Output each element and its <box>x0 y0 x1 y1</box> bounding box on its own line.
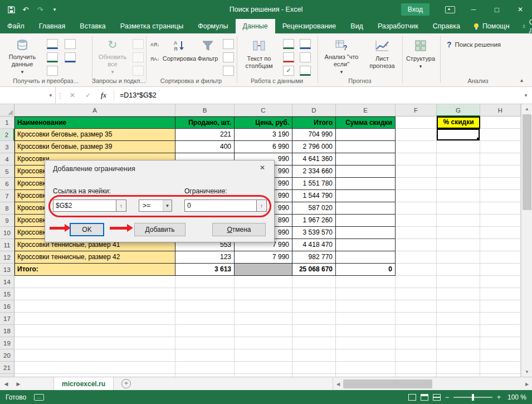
cell-H12[interactable] <box>480 251 521 264</box>
scroll-left-icon[interactable] <box>333 377 343 391</box>
cell-A17[interactable] <box>14 313 175 325</box>
cell-A2[interactable]: Кроссовки беговые, размер 35 <box>14 129 175 141</box>
cell-G18[interactable] <box>437 325 480 337</box>
row-header-11[interactable]: 11 <box>0 239 14 251</box>
cell-H8[interactable] <box>480 202 521 215</box>
cell-D9[interactable]: 1 967 260 <box>292 215 336 227</box>
next-sheet-icon[interactable] <box>12 377 25 390</box>
tab-formulas[interactable]: Формулы <box>191 19 235 33</box>
tab-assistant[interactable]: Помощн <box>467 19 515 33</box>
cell-E14[interactable] <box>336 276 396 288</box>
text-to-columns-button[interactable]: Текст по столбцам <box>240 36 279 76</box>
cell-F14[interactable] <box>396 276 437 288</box>
from-text-icon[interactable] <box>47 39 58 49</box>
zoom-out-icon[interactable] <box>445 393 449 401</box>
cell-E9[interactable] <box>336 215 396 227</box>
cell-E6[interactable] <box>336 178 396 190</box>
range-selector-icon[interactable] <box>116 200 126 211</box>
cell-C15[interactable] <box>235 288 292 300</box>
from-table-icon[interactable] <box>47 66 58 76</box>
flash-fill-icon[interactable] <box>283 39 294 49</box>
sort-ascending-icon[interactable]: АЯ↓ <box>148 39 162 50</box>
cell-D19[interactable] <box>292 337 336 349</box>
cell-E20[interactable] <box>336 349 396 362</box>
cell-B16[interactable] <box>175 300 235 313</box>
cell-C12[interactable]: 7 990 <box>235 251 292 264</box>
cell-A21[interactable] <box>14 362 175 374</box>
cell-G3[interactable] <box>437 141 480 153</box>
formula-bar-handle[interactable] <box>56 87 65 104</box>
cell-D16[interactable] <box>292 300 336 313</box>
cell-E16[interactable] <box>336 300 396 313</box>
tab-page-layout[interactable]: Разметка страницы <box>113 19 191 33</box>
cell-C14[interactable] <box>235 276 292 288</box>
get-data-button[interactable]: Получить данные <box>3 36 41 76</box>
cell-F5[interactable] <box>396 166 437 178</box>
cell-G20[interactable] <box>437 349 480 362</box>
cell-B12[interactable]: 123 <box>175 251 235 264</box>
cell-G13[interactable] <box>437 264 480 276</box>
outline-button[interactable]: Структура <box>404 36 437 76</box>
page-layout-view-icon[interactable] <box>421 394 428 401</box>
cell-B2[interactable]: 221 <box>175 129 235 141</box>
chevron-down-icon[interactable] <box>49 93 52 98</box>
cell-E10[interactable] <box>336 227 396 239</box>
operator-select[interactable]: >= <box>139 199 172 212</box>
cell-B17[interactable] <box>175 313 235 325</box>
normal-view-icon[interactable] <box>408 394 416 401</box>
cell-E18[interactable] <box>336 325 396 337</box>
cell-H4[interactable] <box>480 153 521 166</box>
cell-C18[interactable] <box>235 325 292 337</box>
forecast-sheet-button[interactable]: Лист прогноза <box>364 36 400 76</box>
zoom-slider[interactable] <box>453 397 492 398</box>
row-header-7[interactable]: 7 <box>0 190 14 202</box>
cell-C16[interactable] <box>235 300 292 313</box>
sort-button[interactable]: АЯ Сортировка <box>164 36 195 76</box>
cell-H15[interactable] <box>480 288 521 300</box>
cell-D17[interactable] <box>292 313 336 325</box>
cell-F4[interactable] <box>396 153 437 166</box>
cell-D3[interactable]: 2 796 000 <box>292 141 336 153</box>
cell-B14[interactable] <box>175 276 235 288</box>
share-button[interactable]: Общий доступ <box>515 19 532 33</box>
cell-E17[interactable] <box>336 313 396 325</box>
cell-G4[interactable] <box>437 153 480 166</box>
row-header-21[interactable]: 21 <box>0 362 14 374</box>
close-window-button[interactable] <box>509 0 532 19</box>
row-header-18[interactable]: 18 <box>0 325 14 337</box>
cell-G8[interactable] <box>437 202 480 215</box>
redo-icon[interactable] <box>33 3 47 16</box>
cell-F3[interactable] <box>396 141 437 153</box>
cell-E3[interactable] <box>336 141 396 153</box>
cell-H2[interactable] <box>480 129 521 141</box>
vertical-scrollbar[interactable] <box>521 104 532 377</box>
cell-H16[interactable] <box>480 300 521 313</box>
row-header-17[interactable]: 17 <box>0 313 14 325</box>
cell-A3[interactable]: Кроссовки беговые, размер 39 <box>14 141 175 153</box>
name-box[interactable] <box>0 87 56 104</box>
cell-E19[interactable] <box>336 337 396 349</box>
cell-D14[interactable] <box>292 276 336 288</box>
tab-developer[interactable]: Разработчик <box>370 19 426 33</box>
cell-H1[interactable] <box>480 116 521 129</box>
cell-E7[interactable] <box>336 190 396 202</box>
cell-H10[interactable] <box>480 227 521 239</box>
row-header-4[interactable]: 4 <box>0 153 14 166</box>
cell-H13[interactable] <box>480 264 521 276</box>
scroll-up-icon[interactable] <box>521 104 532 114</box>
cell-D21[interactable] <box>292 362 336 374</box>
cell-D15[interactable] <box>292 288 336 300</box>
cell-B21[interactable] <box>175 362 235 374</box>
cell-D1[interactable]: Итого <box>292 116 336 129</box>
tab-home[interactable]: Главная <box>32 19 73 33</box>
cell-B19[interactable] <box>175 337 235 349</box>
customize-qat-icon[interactable] <box>48 3 61 16</box>
cell-A19[interactable] <box>14 337 175 349</box>
tab-view[interactable]: Вид <box>343 19 370 33</box>
zoom-slider-thumb[interactable] <box>472 394 474 401</box>
cell-C3[interactable]: 6 990 <box>235 141 292 153</box>
refresh-all-button[interactable]: Обновить все <box>95 36 130 76</box>
cell-D18[interactable] <box>292 325 336 337</box>
undo-icon[interactable] <box>19 3 32 16</box>
relationships-icon[interactable] <box>300 52 311 62</box>
